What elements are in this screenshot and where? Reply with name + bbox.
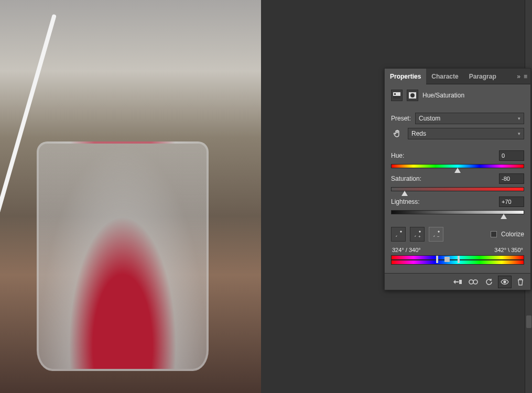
- trash-icon[interactable]: [514, 276, 527, 288]
- clip-to-layer-icon[interactable]: [451, 276, 464, 288]
- lightness-thumb[interactable]: [501, 214, 507, 219]
- chevron-down-icon: ▾: [518, 131, 520, 136]
- colorize-label: Colorize: [501, 231, 524, 238]
- properties-panel: Properties Characte Paragrap » ≡ Hue/Sat…: [384, 68, 531, 290]
- preset-label: Preset:: [391, 115, 411, 122]
- channel-value: Reds: [411, 130, 426, 137]
- range-right: 342° \ 350°: [494, 247, 523, 253]
- eyedropper-icon[interactable]: [391, 227, 406, 242]
- hue-label: Hue:: [391, 152, 404, 159]
- channel-dropdown[interactable]: Reds ▾: [408, 128, 524, 139]
- lightness-slider[interactable]: [391, 210, 524, 214]
- svg-text:+: +: [418, 234, 421, 238]
- svg-rect-2: [394, 93, 396, 95]
- svg-point-8: [469, 280, 473, 284]
- colorize-checkbox[interactable]: [491, 231, 497, 237]
- range-left: 324° / 340°: [392, 247, 421, 253]
- panel-tabbar: Properties Characte Paragrap » ≡: [385, 69, 530, 84]
- collapse-icon[interactable]: »: [517, 73, 520, 80]
- preset-dropdown[interactable]: Custom ▾: [415, 113, 524, 124]
- svg-text:−: −: [437, 234, 440, 238]
- svg-point-4: [410, 93, 415, 97]
- targeted-adjust-icon[interactable]: [391, 127, 404, 140]
- saturation-label: Saturation:: [391, 175, 421, 182]
- hue-value[interactable]: 0: [499, 150, 524, 161]
- eyedropper-subtract-icon[interactable]: −: [429, 227, 443, 242]
- document-canvas[interactable]: [0, 0, 261, 393]
- adjustment-header: Hue/Saturation: [385, 84, 530, 107]
- adjustment-name: Hue/Saturation: [422, 92, 464, 99]
- chevron-down-icon: ▾: [518, 116, 520, 121]
- saturation-slider[interactable]: [391, 187, 524, 191]
- hue-slider[interactable]: [391, 164, 524, 168]
- panel-menu-icon[interactable]: ≡: [524, 73, 527, 80]
- reset-icon[interactable]: [482, 276, 496, 288]
- svg-rect-1: [393, 96, 400, 99]
- lightness-value[interactable]: +70: [499, 196, 524, 207]
- tab-paragraph[interactable]: Paragrap: [464, 69, 502, 84]
- tab-character[interactable]: Characte: [426, 69, 463, 84]
- svg-point-10: [504, 281, 506, 283]
- layer-mask-icon[interactable]: [407, 90, 418, 101]
- svg-rect-7: [459, 280, 462, 284]
- svg-point-9: [473, 280, 477, 284]
- visibility-icon[interactable]: [498, 276, 512, 288]
- tab-properties[interactable]: Properties: [385, 69, 426, 84]
- hue-thumb[interactable]: [454, 168, 461, 173]
- preset-value: Custom: [419, 115, 440, 122]
- eyedropper-add-icon[interactable]: +: [410, 227, 425, 242]
- lightness-label: Lightness:: [391, 198, 420, 205]
- panel-footer: [385, 273, 530, 290]
- view-previous-icon[interactable]: [466, 276, 480, 288]
- adjustment-type-icon[interactable]: [391, 90, 403, 101]
- saturation-value[interactable]: -80: [499, 173, 524, 184]
- saturation-thumb[interactable]: [401, 191, 408, 196]
- color-range-strip[interactable]: [391, 255, 524, 265]
